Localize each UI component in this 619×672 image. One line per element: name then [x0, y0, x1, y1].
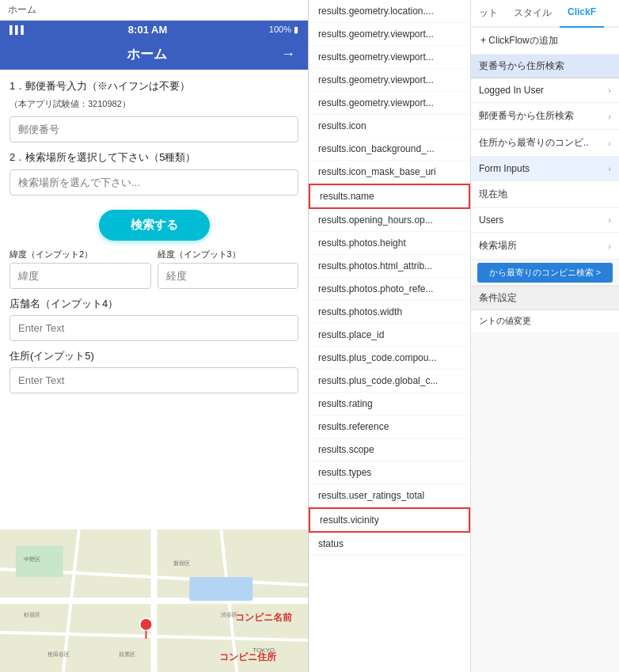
mobile-header: ホーム →: [0, 39, 308, 70]
section1-sublabel: （本アプリ試験値：3210982）: [9, 98, 298, 110]
dropdown-list: results.geometry.location....results.geo…: [309, 0, 470, 556]
dropdown-item[interactable]: results.plus_code.global_c...: [309, 370, 470, 393]
section-header: 更番号から住所検索: [471, 55, 619, 78]
dropdown-item[interactable]: results.scope: [309, 439, 470, 461]
right-item-current-location[interactable]: 現在地: [471, 181, 619, 208]
store-name-label: 店舗名（インプット4）: [9, 297, 298, 311]
dropdown-item[interactable]: results.geometry.viewport...: [309, 23, 470, 46]
left-panel: ホーム ▌▌▌ 8:01 AM 100% ▮ ホーム → 1．郵便番号入力（※ハ…: [0, 0, 309, 672]
middle-panel: results.geometry.location....results.geo…: [309, 0, 471, 672]
dropdown-item[interactable]: results.name: [309, 184, 470, 209]
svg-text:杉並区: 杉並区: [23, 612, 40, 617]
dropdown-item[interactable]: results.icon: [309, 115, 470, 138]
breadcrumb: ホーム: [0, 0, 308, 21]
svg-text:中野区: 中野区: [24, 556, 40, 562]
chevron-icon-2: ›: [608, 112, 611, 121]
dropdown-item[interactable]: results.icon_mask_base_uri: [309, 161, 470, 184]
dropdown-item[interactable]: results.rating: [309, 393, 470, 416]
status-bar: ▌▌▌ 8:01 AM 100% ▮: [0, 21, 308, 39]
mobile-content: 1．郵便番号入力（※ハイフンは不要） （本アプリ試験値：3210982） 2．検…: [0, 70, 308, 530]
lat-label: 緯度（インプット2）: [9, 249, 151, 260]
address-label: 住所(インプット5): [9, 349, 298, 363]
right-tabs: ット スタイル ClickF: [471, 0, 619, 28]
right-item-form-inputs[interactable]: Form Inputs ›: [471, 157, 619, 181]
svg-text:目黒区: 目黒区: [119, 651, 135, 657]
condition-section: 条件設定: [471, 286, 619, 309]
condition-label: 条件設定: [479, 292, 517, 303]
header-icon: →: [281, 46, 295, 63]
search-result-button[interactable]: から最寄りのコンビニ検索 >: [477, 263, 613, 283]
chevron-icon-6: ›: [608, 241, 611, 251]
address-input[interactable]: [9, 367, 298, 393]
dropdown-item[interactable]: results.user_ratings_total: [309, 484, 470, 507]
chevron-icon-5: ›: [608, 215, 611, 225]
lat-input[interactable]: [9, 263, 151, 289]
users-label: Users: [479, 215, 503, 226]
chevron-icon-3: ›: [608, 139, 611, 148]
signal-icon: ▌▌▌: [9, 25, 26, 34]
address-nearby-label: 住所から最寄りのコンビ..: [479, 136, 589, 150]
header-title: ホーム: [127, 45, 167, 63]
dropdown-item[interactable]: results.opening_hours.op...: [309, 209, 470, 232]
time-display: 8:01 AM: [128, 24, 167, 36]
logged-in-user-label: Logged In User: [479, 85, 544, 96]
search-place-label: 検索場所: [479, 239, 517, 252]
battery-icon: 100% ▮: [269, 25, 298, 35]
lng-group: 経度（インプット3）: [158, 249, 299, 289]
dropdown-item[interactable]: results.types: [309, 461, 470, 484]
right-item-users[interactable]: Users ›: [471, 208, 619, 233]
dropdown-item[interactable]: results.plus_code.compou...: [309, 347, 470, 370]
value-change-section: ントの値変更: [471, 309, 619, 332]
postal-search-label: 郵便番号から住所検索: [479, 109, 574, 123]
dropdown-item[interactable]: results.photos.photo_refe...: [309, 278, 470, 301]
dropdown-item[interactable]: results.icon_background_...: [309, 138, 470, 161]
chevron-icon-4: ›: [608, 164, 611, 173]
postal-code-input[interactable]: [9, 116, 298, 142]
lng-input[interactable]: [158, 263, 299, 289]
dropdown-item[interactable]: results.reference: [309, 416, 470, 439]
konbini-address-badge: コンビニ住所: [219, 651, 276, 664]
right-item-logged-in-user[interactable]: Logged In User ›: [471, 78, 619, 103]
right-content: + ClickFlowの追加 更番号から住所検索 Logged In User …: [471, 28, 619, 672]
tab-layout[interactable]: ット: [471, 0, 506, 26]
dropdown-item[interactable]: results.vicinity: [309, 507, 470, 533]
dropdown-item[interactable]: results.place_id: [309, 324, 470, 347]
right-item-search-place[interactable]: 検索場所 ›: [471, 233, 619, 260]
dropdown-item[interactable]: results.photos.width: [309, 301, 470, 324]
tab-style[interactable]: スタイル: [506, 0, 560, 26]
store-name-input[interactable]: [9, 315, 298, 341]
right-item-address-nearby[interactable]: 住所から最寄りのコンビ.. ›: [471, 130, 619, 157]
current-location-label: 現在地: [479, 188, 507, 201]
form-inputs-label: Form Inputs: [479, 163, 530, 174]
value-change-label: ントの値変更: [479, 316, 531, 325]
right-item-postal-search[interactable]: 郵便番号から住所検索 ›: [471, 103, 619, 130]
search-button[interactable]: 検索する: [99, 210, 210, 241]
chevron-icon: ›: [608, 85, 611, 95]
search-place-input[interactable]: [9, 169, 298, 196]
dropdown-item[interactable]: results.geometry.viewport...: [309, 69, 470, 92]
svg-point-16: [140, 618, 153, 631]
dropdown-item[interactable]: results.geometry.viewport...: [309, 92, 470, 115]
dropdown-item[interactable]: results.photos.height: [309, 232, 470, 255]
konbini-name-badge: コンビニ名前: [235, 611, 292, 625]
dropdown-item[interactable]: status: [309, 533, 470, 556]
section1-label: 1．郵便番号入力（※ハイフンは不要）: [9, 79, 298, 93]
map-area: 中野区 新宿区 杉並区 渋谷区 目黒区 TOKYO 世田谷区 コンビニ名前 コン…: [0, 530, 308, 672]
section2-label: 2．検索場所を選択して下さい（5種類）: [9, 150, 298, 165]
lat-lng-row: 緯度（インプット2） 経度（インプット3）: [9, 249, 298, 289]
add-clickflow-button[interactable]: + ClickFlowの追加: [471, 28, 619, 55]
right-panel: ット スタイル ClickF + ClickFlowの追加 更番号から住所検索 …: [471, 0, 619, 672]
dropdown-item[interactable]: results.geometry.location....: [309, 0, 470, 23]
svg-rect-15: [189, 577, 253, 601]
dropdown-item[interactable]: results.geometry.viewport...: [309, 46, 470, 69]
tab-clickflow[interactable]: ClickF: [560, 0, 604, 28]
lat-group: 緯度（インプット2）: [9, 249, 151, 289]
svg-text:世田谷区: 世田谷区: [47, 651, 70, 657]
lng-label: 経度（インプット3）: [158, 249, 299, 260]
svg-text:新宿区: 新宿区: [173, 560, 190, 566]
dropdown-item[interactable]: results.photos.html_attrib...: [309, 255, 470, 278]
